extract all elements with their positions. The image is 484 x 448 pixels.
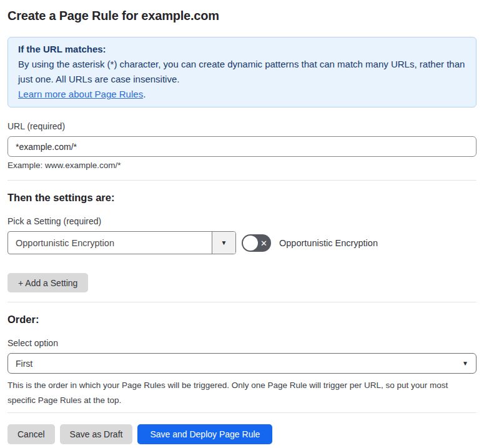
add-setting-button[interactable]: + Add a Setting — [7, 273, 88, 292]
save-draft-button[interactable]: Save as Draft — [60, 424, 133, 444]
url-match-info-box: If the URL matches: By using the asteris… — [7, 37, 477, 107]
info-box-body: By using the asterisk (*) character, you… — [18, 57, 466, 87]
url-label: URL (required) — [7, 121, 477, 131]
divider — [7, 302, 477, 302]
link-suffix: . — [143, 89, 146, 99]
toggle-off-x-icon: ✕ — [260, 239, 267, 247]
url-example-helper: Example: www.example.com/* — [7, 161, 477, 170]
chevron-down-icon: ▼ — [462, 360, 468, 367]
order-select-label: Select option — [7, 338, 477, 348]
info-box-heading: If the URL matches: — [18, 42, 466, 57]
setting-row: Opportunistic Encryption ▼ ✕ Opportunist… — [7, 231, 477, 254]
info-box-body-text: By using the asterisk (*) character, you… — [18, 59, 465, 84]
divider — [7, 180, 477, 181]
toggle-label: Opportunistic Encryption — [279, 238, 378, 248]
toggle-knob — [243, 236, 258, 251]
setting-select[interactable]: Opportunistic Encryption ▼ — [7, 231, 236, 254]
setting-select-arrow-button[interactable]: ▼ — [212, 232, 235, 254]
order-section-heading: Order: — [7, 314, 477, 326]
order-select-value: First — [16, 359, 32, 369]
url-input[interactable] — [7, 136, 477, 157]
chevron-down-icon: ▼ — [221, 239, 227, 246]
cancel-button[interactable]: Cancel — [7, 424, 55, 444]
order-helper-text: This is the order in which your Page Rul… — [7, 378, 470, 408]
settings-section-heading: Then the settings are: — [7, 192, 477, 204]
divider — [7, 412, 477, 413]
save-deploy-button[interactable]: Save and Deploy Page Rule — [137, 424, 272, 444]
opportunistic-encryption-toggle[interactable]: ✕ — [242, 234, 271, 252]
page-rule-form: Create a Page Rule for example.com If th… — [0, 0, 484, 448]
learn-more-link[interactable]: Learn more about Page Rules — [18, 89, 143, 99]
page-title: Create a Page Rule for example.com — [7, 9, 477, 23]
pick-setting-label: Pick a Setting (required) — [7, 216, 477, 226]
order-select[interactable]: First ▼ — [7, 353, 477, 374]
form-actions: Cancel Save as Draft Save and Deploy Pag… — [7, 424, 477, 444]
setting-select-value: Opportunistic Encryption — [8, 232, 212, 254]
info-box-link-line: Learn more about Page Rules. — [18, 87, 466, 102]
